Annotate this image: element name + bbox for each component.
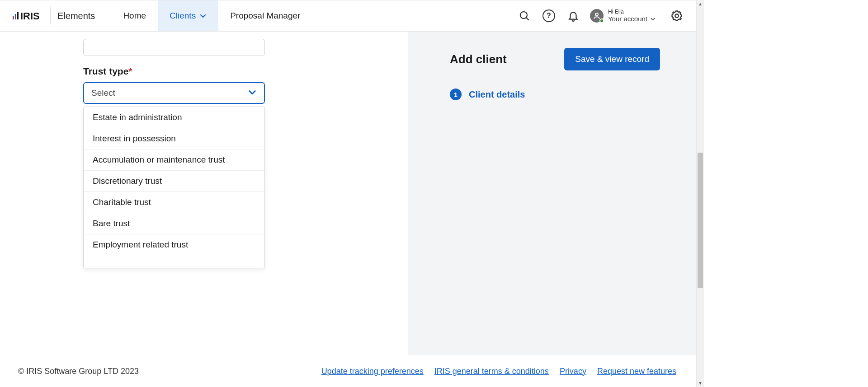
trust-type-dropdown: Estate in administration Interest in pos… [83, 107, 265, 268]
option-estate-in-administration[interactable]: Estate in administration [84, 107, 264, 128]
option-discretionary-trust[interactable]: Discretionary trust [84, 171, 264, 192]
main-nav: Home Clients Proposal Manager [111, 0, 312, 31]
account-menu[interactable]: Hi Ella Your account [590, 9, 656, 23]
account-greeting: Hi Ella [608, 9, 656, 15]
svg-rect-2 [17, 12, 19, 19]
previous-text-input[interactable] [83, 39, 265, 56]
form-column: Trust type* Select Estate in administrat… [0, 32, 408, 355]
nav-clients[interactable]: Clients [158, 0, 218, 31]
scroll-down-arrow[interactable]: ▼ [697, 379, 704, 387]
step-client-details[interactable]: 1 Client details [450, 89, 660, 100]
option-employment-related-trust[interactable]: Employment related trust [84, 234, 264, 255]
brand-group: IRIS Elements [0, 0, 95, 31]
nav-proposal-manager[interactable]: Proposal Manager [218, 0, 312, 31]
svg-point-6 [595, 13, 598, 16]
svg-rect-1 [15, 14, 16, 19]
avatar-icon [590, 9, 604, 23]
step-badge: 1 [450, 89, 462, 100]
chevron-down-icon [199, 12, 207, 19]
page-title: Add client [450, 52, 507, 66]
save-button[interactable]: Save & view record [564, 48, 660, 70]
page-scrollbar[interactable]: ▲ ▼ [696, 0, 704, 387]
iris-logo: IRIS [13, 10, 44, 22]
step-label: Client details [469, 89, 525, 100]
svg-point-4 [520, 12, 527, 19]
svg-line-5 [526, 18, 529, 20]
option-accumulation-or-maintenance-trust[interactable]: Accumulation or maintenance trust [84, 149, 264, 171]
side-panel: Add client Save & view record 1 Client d… [408, 32, 696, 355]
svg-text:IRIS: IRIS [20, 10, 40, 22]
link-request-features[interactable]: Request new features [597, 367, 676, 376]
footer: © IRIS Software Group LTD 2023 Update tr… [0, 355, 696, 387]
dropdown-list[interactable]: Estate in administration Interest in pos… [84, 107, 264, 268]
account-text: Hi Ella Your account [608, 9, 656, 23]
option-interest-in-possession[interactable]: Interest in possession [84, 128, 264, 149]
scroll-thumb[interactable] [698, 153, 703, 288]
option-bare-trust[interactable]: Bare trust [84, 213, 264, 234]
chevron-down-icon [248, 88, 257, 98]
footer-copyright: © IRIS Software Group LTD 2023 [18, 367, 139, 376]
svg-point-7 [675, 14, 678, 17]
status-dot [599, 19, 604, 23]
option-charitable-trust[interactable]: Charitable trust [84, 192, 264, 213]
link-privacy[interactable]: Privacy [560, 367, 586, 376]
required-asterisk: * [128, 66, 132, 76]
svg-rect-0 [13, 16, 14, 19]
search-icon[interactable] [517, 8, 532, 23]
footer-links: Update tracking preferences IRIS general… [321, 367, 676, 376]
help-icon[interactable]: ? [541, 8, 557, 23]
nav-clients-label: Clients [170, 11, 196, 21]
nav-home[interactable]: Home [111, 0, 158, 31]
link-terms[interactable]: IRIS general terms & conditions [434, 367, 549, 376]
link-update-tracking[interactable]: Update tracking preferences [321, 367, 424, 376]
scroll-up-arrow[interactable]: ▲ [697, 0, 704, 8]
trust-type-select[interactable]: Select [83, 82, 265, 104]
select-placeholder: Select [91, 88, 115, 98]
trust-type-label: Trust type* [83, 66, 408, 77]
side-header: Add client Save & view record [450, 48, 660, 70]
header-actions: ? Hi Ella Your account [517, 0, 696, 31]
gear-icon[interactable] [669, 8, 684, 23]
brand-divider [51, 7, 51, 24]
main-area: Trust type* Select Estate in administrat… [0, 32, 696, 355]
chevron-down-icon [650, 16, 656, 22]
top-bar: IRIS Elements Home Clients Proposal Mana… [0, 0, 696, 32]
brand-suffix: Elements [57, 11, 95, 21]
bell-icon[interactable] [566, 8, 581, 23]
account-label: Your account [608, 15, 647, 23]
